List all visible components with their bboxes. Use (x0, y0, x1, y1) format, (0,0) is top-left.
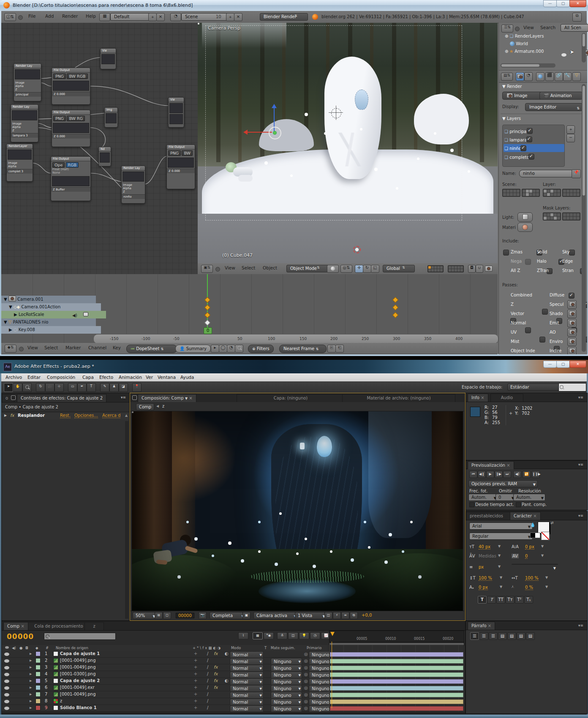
dropdown-arrow[interactable]: ▼ (541, 554, 544, 558)
snap-mode-select[interactable]: Nearest Frame ⇅ (279, 345, 327, 353)
pass-exclude-camera-icon[interactable] (567, 337, 577, 346)
collapse-menus-icon[interactable] (515, 27, 520, 31)
layer-tab[interactable]: Capa: (ninguno) (237, 394, 345, 402)
format-chip[interactable]: PNG (53, 116, 66, 121)
bw-swatch[interactable] (530, 533, 540, 538)
layer-bar[interactable] (330, 686, 463, 691)
pivot-point-icon[interactable]: ◎⇅ (340, 265, 352, 273)
switch-transform[interactable]: + (194, 699, 197, 703)
dropdown-arrow[interactable]: ▼ (545, 576, 548, 579)
align-center-button[interactable]: ☰ (479, 632, 488, 640)
expand-arrow-icon[interactable]: ▶ (30, 679, 32, 683)
label-color-chip[interactable] (35, 672, 41, 677)
mask-layers-grid-1[interactable] (543, 212, 561, 220)
tool-pen[interactable]: ✒ (77, 383, 87, 392)
effect-about-link[interactable]: Acerca d (102, 413, 120, 418)
parent-pickwhip-icon[interactable]: ◎ (304, 699, 308, 704)
node-layer-select[interactable]: principal (14, 92, 41, 97)
fullscreen-checkbox[interactable] (516, 502, 521, 507)
pass-exclude-camera-icon[interactable] (567, 300, 577, 309)
prev-frame-button[interactable]: ◀❙ (478, 471, 486, 478)
layer-row-4[interactable]: ▶ 4 [0001-0300].png + / fx Normal▼ Ningu… (2, 671, 328, 678)
node-z-value[interactable]: Z 0.000 (167, 169, 195, 173)
switch-transform[interactable]: + (194, 651, 197, 656)
node-viewer-2[interactable]: Vie (168, 97, 184, 128)
panel-menu-icon[interactable]: ▾≡ (578, 623, 583, 628)
panel-menu-icon[interactable]: ▾≡ (578, 514, 583, 518)
switch-quality[interactable]: / (207, 692, 208, 696)
edit-cursor-icon[interactable]: ▸ (211, 345, 219, 353)
keyframe[interactable] (392, 305, 398, 310)
layer-bar[interactable] (330, 666, 463, 670)
scene-icon[interactable]: ◔ (170, 13, 181, 21)
menu-file[interactable]: File (26, 11, 38, 21)
manipulator-translate-icon[interactable]: ✛ (355, 265, 363, 273)
node-layer-select[interactable]: complet 3 (7, 169, 33, 174)
next-frame-button[interactable]: ❙▶ (495, 471, 503, 478)
format-chip[interactable]: PNG (168, 150, 181, 156)
transform-orientation-select[interactable]: Global (383, 265, 415, 272)
crumb-layer-label[interactable]: z (162, 404, 164, 408)
node-z-value[interactable]: Z 0.000 (52, 134, 90, 139)
label-color-chip[interactable] (35, 699, 41, 704)
layer-row-1[interactable]: ▶ 1 Capa de ajuste 1 + / fx ◐ Normal▼ ◎ … (2, 651, 328, 658)
pixel-aspect-icon[interactable]: ◫ (324, 612, 332, 619)
scene-layers-grid-1[interactable] (502, 189, 520, 197)
eye-icon[interactable] (4, 653, 9, 656)
channel-locrotscale[interactable]: ▶ LocRotScale ◀) (1, 311, 106, 318)
expand-arrow-icon[interactable]: ▶ (30, 672, 32, 676)
lock-icon[interactable] (83, 312, 88, 316)
label-color-chip[interactable] (35, 685, 41, 690)
view-layout-select[interactable]: 1 Vista ▼ (295, 612, 327, 619)
leading-value[interactable]: px (479, 565, 484, 569)
eye-icon[interactable] (4, 680, 9, 683)
render-opengl-icon[interactable] (485, 266, 493, 272)
ae-maximize-button[interactable]: ▢ (556, 361, 570, 368)
ram-options-select[interactable]: Opciones previs. RAM▼ (468, 480, 538, 487)
switch-fx[interactable]: fx (214, 651, 218, 656)
timeline-current-time[interactable]: 00000 (7, 632, 34, 641)
eye-icon[interactable] (4, 693, 9, 696)
copy-keys-icon[interactable]: ⎘ (327, 345, 336, 353)
layer-name[interactable]: [0001-0049].png (60, 658, 96, 663)
layer-add-button[interactable]: ＋ (566, 125, 575, 134)
parent-pickwhip-icon[interactable]: ◎ (304, 706, 308, 710)
node-render-layers-principal[interactable]: Render Lay ImageAlphaZ principal (14, 63, 41, 101)
eye-icon[interactable] (4, 686, 9, 690)
switch-transform[interactable]: + (194, 705, 197, 710)
layer-bar[interactable] (330, 706, 463, 711)
tool-zoom[interactable] (22, 383, 32, 392)
swap-colors-icon[interactable]: ⇄ (550, 521, 554, 525)
font-style-select[interactable]: Regular▼ (469, 533, 533, 540)
switch-effect-dot[interactable]: ◐ (225, 651, 229, 656)
parent-pickwhip-icon[interactable]: ◎ (304, 679, 308, 683)
parent-pickwhip-icon[interactable]: ◎ (304, 652, 308, 656)
dropdown-arrow[interactable]: ▼ (541, 544, 544, 548)
first-frame-button[interactable]: ⏮ (469, 471, 477, 478)
screen-layout-field[interactable]: Default (110, 13, 154, 21)
composition-tab[interactable]: Composición: Comp ▼ × (138, 394, 196, 403)
render-engine-select[interactable]: Blender Render (260, 13, 308, 21)
ds-menu-marker[interactable]: Marker (63, 343, 83, 352)
pass-exclude-camera-icon[interactable] (567, 328, 577, 337)
pass-exclude-camera-icon[interactable] (567, 347, 577, 354)
current-frame-badge[interactable]: 0 (204, 327, 212, 334)
switch-quality[interactable]: / (207, 658, 208, 663)
paragraph-tab[interactable]: Párrafo × (468, 622, 495, 630)
layer-bar[interactable] (330, 679, 463, 684)
render-image-button[interactable]: Image (502, 92, 542, 100)
pin-icon[interactable]: 📌 (572, 169, 581, 178)
font-family-select[interactable]: Arial▼ (469, 522, 533, 530)
tab-modifiers-icon[interactable]: 🔧 (563, 72, 572, 81)
layer-row-3[interactable]: ▶ 3 [0001-0049].png + / fx Normal▼ Ningu… (2, 664, 328, 671)
material-override-button[interactable] (517, 223, 533, 232)
current-time-indicator[interactable] (330, 632, 335, 636)
small-caps-button[interactable]: Tᴛ (506, 596, 514, 604)
effect-controls-tab[interactable]: Controles de efectos: Capa de ajuste 2 (17, 394, 106, 402)
tool-clone[interactable]: ♟ (109, 383, 119, 392)
switch-transform[interactable]: + (194, 692, 197, 696)
ae-minimize-button[interactable]: — (543, 361, 557, 368)
node-file-output-1[interactable]: File Output PNG BW RGB Z 0.000 (52, 68, 90, 105)
mask-visibility-icon[interactable]: ◻ (163, 612, 171, 619)
superscript-button[interactable]: T² (515, 596, 524, 604)
